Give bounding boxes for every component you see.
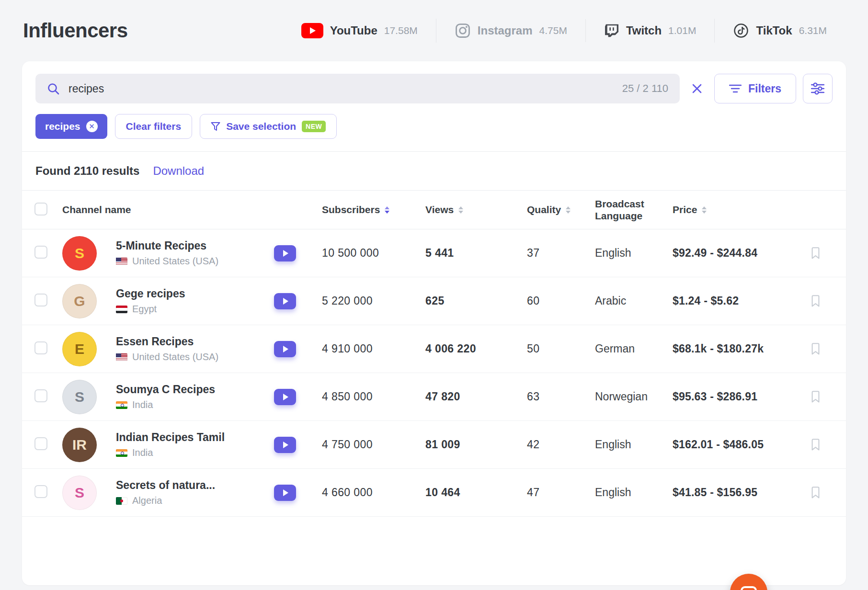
search-box[interactable]: 25 / 2 110 (35, 74, 680, 103)
country-flag-icon (116, 497, 127, 505)
youtube-play-button[interactable] (274, 341, 296, 357)
search-result-counter: 25 / 2 110 (622, 82, 668, 95)
language-value: Norwegian (595, 390, 673, 403)
country-flag-icon (116, 306, 127, 313)
bookmark-icon (811, 295, 821, 307)
country-flag-icon (116, 449, 127, 457)
youtube-icon (301, 23, 323, 38)
price-value: $95.63 - $286.91 (673, 390, 811, 403)
quality-value: 42 (527, 438, 595, 451)
table-row[interactable]: S 5-Minute Recipes United States (USA) 1… (22, 229, 846, 277)
platform-name: Twitch (626, 24, 662, 37)
youtube-play-button[interactable] (274, 293, 296, 309)
row-checkbox[interactable] (34, 341, 47, 354)
twitch-icon (604, 23, 619, 38)
bookmark-button[interactable] (811, 247, 821, 260)
download-link[interactable]: Download (153, 164, 204, 178)
channel-avatar: G (62, 284, 97, 318)
quality-value: 47 (527, 486, 595, 499)
channel-country: Egypt (116, 304, 274, 315)
row-checkbox[interactable] (34, 485, 47, 498)
row-checkbox[interactable] (34, 246, 47, 259)
bookmark-button[interactable] (811, 487, 821, 499)
column-header-price[interactable]: Price (673, 204, 811, 216)
column-header-views[interactable]: Views (425, 204, 527, 216)
platform-count: 17.58M (384, 25, 418, 36)
filters-button-label: Filters (748, 82, 781, 95)
search-input[interactable] (69, 82, 614, 95)
country-flag-icon (116, 353, 127, 361)
views-value: 4 006 220 (425, 342, 527, 355)
youtube-play-button[interactable] (274, 437, 296, 453)
bookmark-button[interactable] (811, 295, 821, 307)
channel-name[interactable]: 5-Minute Recipes (116, 239, 274, 252)
platform-tab-twitch[interactable]: Twitch 1.01M (585, 19, 715, 42)
page-title: Influencers (23, 19, 128, 42)
language-value: English (595, 486, 673, 499)
table-row[interactable]: S Soumya C Recipes India 4 850 000 47 82… (22, 373, 846, 421)
column-header-subscribers[interactable]: Subscribers (322, 204, 425, 216)
platform-tab-tiktok[interactable]: TikTok 6.31M (714, 19, 845, 43)
platform-name: Instagram (478, 24, 533, 37)
language-value: Arabic (595, 295, 673, 307)
bookmark-icon (811, 247, 821, 260)
views-value: 625 (425, 295, 527, 307)
filters-button[interactable]: Filters (714, 74, 796, 103)
platform-tab-instagram[interactable]: Instagram 4.75M (436, 19, 585, 43)
youtube-play-button[interactable] (274, 485, 296, 501)
platform-nav: YouTube 17.58M Instagram 4.75M Twitch 1.… (283, 19, 845, 43)
select-all-checkbox[interactable] (34, 203, 47, 216)
row-checkbox[interactable] (34, 294, 47, 306)
channel-country: United States (USA) (116, 256, 274, 267)
channel-avatar: S (62, 476, 97, 510)
column-header-channel: Channel name (62, 204, 274, 216)
channel-country: Algeria (116, 495, 274, 506)
column-header-quality[interactable]: Quality (527, 204, 595, 216)
bookmark-icon (811, 439, 821, 451)
language-value: English (595, 247, 673, 260)
column-settings-button[interactable] (803, 74, 833, 103)
youtube-play-button[interactable] (274, 245, 296, 261)
search-row: 25 / 2 110 Filters (22, 61, 846, 103)
bookmark-button[interactable] (811, 343, 821, 355)
save-selection-button[interactable]: Save selection NEW (200, 114, 337, 139)
bookmark-icon (811, 487, 821, 499)
platform-tab-youtube[interactable]: YouTube 17.58M (283, 19, 436, 42)
price-value: $92.49 - $244.84 (673, 247, 811, 260)
table-row[interactable]: G Gege recipes Egypt 5 220 000 625 60 Ar… (22, 277, 846, 325)
platform-count: 1.01M (668, 25, 696, 36)
channel-country: United States (USA) (116, 352, 274, 363)
results-summary-row: Found 2110 results Download (22, 152, 846, 190)
channel-avatar: S (62, 236, 97, 271)
clear-filters-button[interactable]: Clear filters (115, 114, 193, 139)
platform-name: YouTube (330, 24, 377, 37)
channel-name[interactable]: Gege recipes (116, 287, 274, 300)
views-value: 5 441 (425, 247, 527, 260)
sliders-icon (811, 82, 824, 95)
clear-filters-label: Clear filters (126, 121, 182, 132)
row-checkbox[interactable] (34, 437, 47, 450)
clear-search-button[interactable] (686, 78, 708, 99)
table-row[interactable]: S Secrets of natura... Algeria 4 660 000… (22, 469, 846, 517)
table-row[interactable]: E Essen Recipes United States (USA) 4 91… (22, 325, 846, 373)
price-value: $162.01 - $486.05 (673, 438, 811, 451)
channel-name[interactable]: Indian Recipes Tamil (116, 431, 274, 444)
filter-chip-recipes[interactable]: recipes ✕ (35, 114, 107, 139)
bookmark-button[interactable] (811, 391, 821, 403)
bookmark-button[interactable] (811, 439, 821, 451)
channel-name[interactable]: Secrets of natura... (116, 479, 274, 492)
table-header: Channel name Subscribers Views Quality B… (22, 190, 846, 229)
table-row[interactable]: IR Indian Recipes Tamil India 4 750 000 … (22, 421, 846, 469)
channel-name[interactable]: Soumya C Recipes (116, 383, 274, 396)
platform-name: TikTok (756, 24, 792, 37)
remove-filter-icon[interactable]: ✕ (86, 121, 98, 132)
channel-name[interactable]: Essen Recipes (116, 335, 274, 348)
quality-value: 37 (527, 247, 595, 260)
views-value: 81 009 (425, 438, 527, 451)
channel-avatar: E (62, 332, 97, 366)
search-icon (47, 82, 60, 95)
results-card: 25 / 2 110 Filters (22, 61, 846, 585)
price-value: $68.1k - $180.27k (673, 342, 811, 355)
row-checkbox[interactable] (34, 389, 47, 402)
youtube-play-button[interactable] (274, 389, 296, 405)
